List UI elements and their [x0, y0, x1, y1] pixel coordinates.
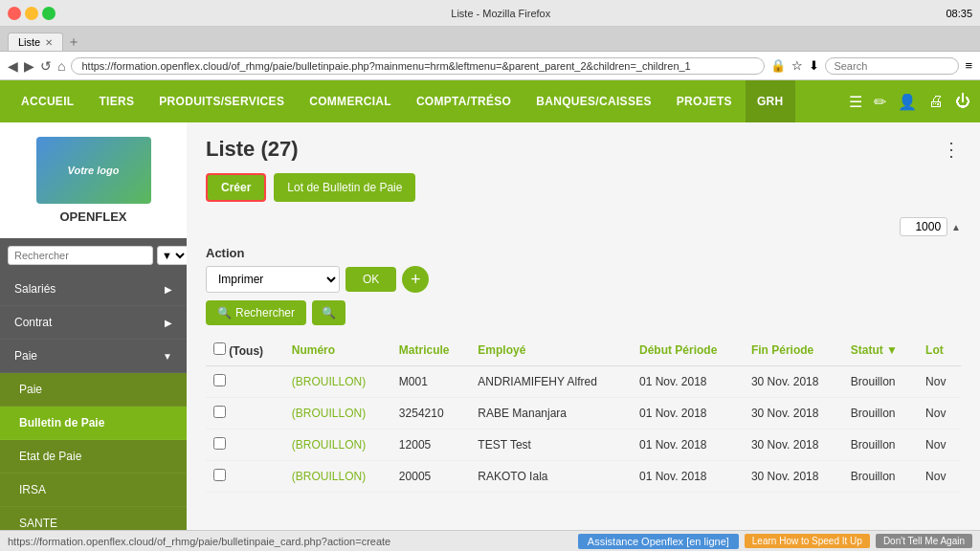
sidebar-menu: Salariés ▶ Contrat ▶ Paie ▼ Paie [0, 273, 187, 530]
sidebar-paie-label: Paie [14, 349, 37, 363]
company-name: OPENFLEX [59, 209, 126, 224]
sidebar-paie-sub-label: Paie [19, 383, 42, 396]
row-employe: RAKOTO Iala [470, 461, 632, 493]
nav-projets[interactable]: PROJETS [665, 80, 744, 122]
row-checkbox[interactable] [213, 437, 226, 450]
action-section: Action Imprimer OK + 🔍 Rechercher [206, 246, 961, 325]
select-all-checkbox[interactable] [213, 342, 226, 355]
col-numero: Numéro [284, 335, 391, 366]
sidebar-item-contrat[interactable]: Contrat ▶ [0, 306, 187, 340]
col-matricule: Matricule [391, 335, 470, 366]
refresh-button[interactable]: ↺ [40, 58, 52, 74]
table-row: (BROUILLON) M001 ANDRIAMIFEHY Alfred 01 … [206, 366, 961, 398]
nav-tiers[interactable]: TIERS [87, 80, 145, 122]
new-tab-button[interactable]: ＋ [67, 33, 80, 51]
minimize-button[interactable] [25, 7, 38, 20]
power-icon[interactable]: ⏻ [955, 93, 970, 110]
nav-action-icons: ☰ ✏ 👤 🖨 ⏻ [849, 93, 970, 111]
assistance-badge[interactable]: Assistance Openflex [en ligne] [578, 534, 739, 549]
pagination-area: ▲ [206, 217, 961, 236]
col-employe: Employé [470, 335, 632, 366]
row-matricule: 12005 [391, 430, 470, 461]
content-area: Liste (27) ⋮ Créer Lot de Bulletin de Pa… [187, 122, 980, 530]
sidebar-contrat-label: Contrat [14, 316, 52, 329]
forward-button[interactable]: ▶ [24, 58, 34, 74]
kebab-menu-icon[interactable]: ⋮ [942, 138, 961, 161]
row-checkbox[interactable] [213, 374, 226, 386]
ok-button[interactable]: OK [345, 267, 396, 292]
menu-hamburger-icon[interactable]: ☰ [849, 93, 862, 111]
sidebar-search-filter[interactable]: ▼ [157, 246, 189, 265]
row-fin: 30 Nov. 2018 [744, 430, 843, 461]
active-tab[interactable]: Liste ✕ [8, 33, 63, 51]
home-button[interactable]: ⌂ [57, 58, 65, 74]
url-input[interactable] [71, 57, 765, 75]
table-row: (BROUILLON) 20005 RAKOTO Iala 01 Nov. 20… [206, 461, 961, 493]
print-icon[interactable]: 🖨 [928, 93, 944, 110]
row-numero[interactable]: (BROUILLON) [284, 461, 391, 493]
row-matricule: 20005 [391, 461, 470, 493]
sidebar-item-irsa[interactable]: IRSA [0, 474, 187, 507]
maximize-button[interactable] [42, 7, 56, 20]
row-checkbox[interactable] [213, 406, 226, 418]
row-statut: Brouillon [843, 430, 918, 461]
row-numero[interactable]: (BROUILLON) [284, 430, 391, 461]
nav-compta[interactable]: COMPTA/TRÉSO [405, 80, 523, 122]
browser-search-input[interactable] [825, 57, 959, 75]
col-tous: (Tous) [206, 335, 284, 366]
creer-button[interactable]: Créer [206, 173, 266, 202]
arrow-icon: ▶ [165, 318, 172, 328]
sidebar-item-sante[interactable]: SANTE [0, 507, 187, 530]
nav-banques[interactable]: BANQUES/CAISSES [524, 80, 663, 122]
add-button[interactable]: + [402, 266, 429, 293]
lot-bulletin-button[interactable]: Lot de Bulletin de Paie [274, 173, 415, 202]
row-lot: Nov [918, 430, 961, 461]
row-matricule: M001 [391, 366, 470, 398]
sidebar-item-etat[interactable]: Etat de Paie [0, 440, 187, 474]
sidebar-item-paie-sub[interactable]: Paie [0, 373, 187, 407]
table-row: (BROUILLON) 12005 TEST Test 01 Nov. 2018… [206, 430, 961, 461]
row-numero[interactable]: (BROUILLON) [284, 398, 391, 430]
top-navigation: ACCUEIL TIERS PRODUITS/SERVICES COMMERCI… [0, 80, 980, 122]
page-title: Liste (27) [206, 137, 299, 162]
row-debut: 01 Nov. 2018 [632, 366, 744, 398]
row-fin: 30 Nov. 2018 [744, 366, 843, 398]
user-icon[interactable]: 👤 [898, 93, 917, 111]
dont-tell-button[interactable]: Don't Tell Me Again [876, 534, 972, 548]
tab-close-icon[interactable]: ✕ [45, 37, 53, 48]
nav-grh[interactable]: GRH [746, 80, 795, 122]
search-only-button[interactable]: 🔍 [312, 300, 345, 325]
nav-accueil[interactable]: ACCUEIL [10, 80, 85, 122]
pagination-input[interactable] [900, 217, 947, 236]
learn-button[interactable]: Learn How to Speed It Up [745, 534, 870, 548]
sidebar-search-input[interactable] [8, 246, 153, 265]
sidebar-item-bulletin[interactable]: Bulletin de Paie [0, 407, 187, 440]
sidebar-item-salaries[interactable]: Salariés ▶ [0, 273, 187, 306]
edit-icon[interactable]: ✏ [874, 93, 886, 111]
sidebar-sante-label: SANTE [19, 517, 57, 530]
row-checkbox[interactable] [213, 469, 226, 481]
pagination-up-icon[interactable]: ▲ [951, 222, 961, 232]
col-fin: Fin Période [744, 335, 843, 366]
window-controls [8, 7, 56, 20]
row-statut: Brouillon [843, 461, 918, 493]
sidebar-irsa-label: IRSA [19, 483, 46, 496]
browser-title: Liste - Mozilla Firefox [61, 8, 940, 19]
back-button[interactable]: ◀ [8, 58, 18, 74]
tab-label: Liste [18, 36, 40, 48]
nav-commercial[interactable]: COMMERCIAL [298, 80, 403, 122]
action-select[interactable]: Imprimer [206, 266, 340, 293]
row-lot: Nov [918, 398, 961, 430]
row-numero[interactable]: (BROUILLON) [284, 366, 391, 398]
row-employe: RABE Mananjara [470, 398, 632, 430]
main-area: Votre logo OPENFLEX ▼ Salariés ▶ [0, 122, 980, 530]
sidebar-item-paie[interactable]: Paie ▼ [0, 340, 187, 373]
search-icon: 🔍 [217, 306, 232, 320]
menu-icon[interactable]: ≡ [965, 58, 972, 73]
close-button[interactable] [8, 7, 21, 20]
row-debut: 01 Nov. 2018 [632, 461, 744, 493]
nav-produits[interactable]: PRODUITS/SERVICES [147, 80, 296, 122]
bookmark-icon: ☆ [791, 58, 803, 73]
page-header: Liste (27) ⋮ [206, 137, 961, 162]
rechercher-button[interactable]: 🔍 Rechercher [206, 300, 306, 325]
